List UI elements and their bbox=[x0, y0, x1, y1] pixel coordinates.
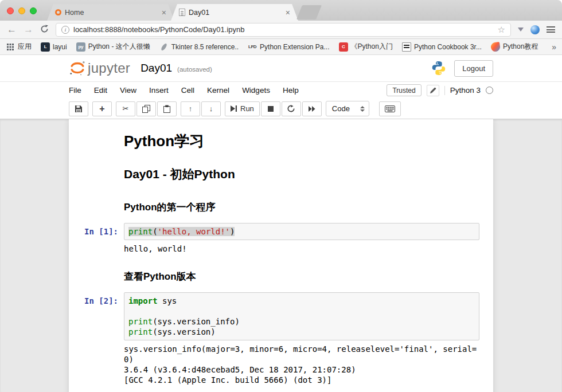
apps-grid-icon bbox=[6, 42, 15, 52]
bookmark-item[interactable]: C《Python入门 bbox=[339, 42, 393, 52]
cut-cell-button[interactable]: ✂ bbox=[116, 101, 135, 116]
divider bbox=[444, 86, 445, 95]
bookmark-item[interactable]: Tkinter 8.5 reference.. bbox=[159, 42, 239, 52]
bookmark-star-icon[interactable]: ☆ bbox=[498, 25, 505, 35]
move-cell-up-button[interactable]: ↑ bbox=[181, 101, 200, 116]
jupyter-wordmark: jupyter bbox=[88, 60, 130, 76]
copy-cell-button[interactable] bbox=[136, 101, 156, 116]
close-tab-icon[interactable]: × bbox=[162, 9, 166, 17]
feather-color-icon bbox=[490, 42, 501, 52]
bookmarks-bar: 应用LlayuipyPython - 这个人很懒Tkinter 8.5 refe… bbox=[0, 39, 562, 55]
markdown-content: Day01 - 初始Python bbox=[124, 160, 479, 186]
menu-kernel[interactable]: Kernel bbox=[201, 86, 236, 95]
fast-forward-icon bbox=[309, 106, 315, 112]
address-bar[interactable]: i localhost:8888/notebooks/PythonCode/Da… bbox=[56, 23, 511, 37]
window-minimize-button[interactable] bbox=[18, 7, 25, 14]
markdown-cell[interactable]: Python学习 bbox=[73, 124, 479, 158]
plus-icon: + bbox=[99, 104, 104, 113]
dropdown-arrow-icon[interactable] bbox=[518, 28, 524, 32]
menu-cell[interactable]: Cell bbox=[175, 86, 201, 95]
heading-h3: Python的第一个程序 bbox=[124, 201, 479, 214]
cell-type-select[interactable]: Code bbox=[326, 101, 369, 116]
browser-window: Home × Day01 × ← → i localhost:8888/note… bbox=[0, 0, 562, 392]
jupyter-header: jupyter Day01 (autosaved) Logout bbox=[0, 55, 562, 81]
markdown-cell[interactable]: Day01 - 初始Python bbox=[73, 158, 479, 189]
bookmark-label: Python Extension Pa... bbox=[260, 43, 329, 51]
markdown-cell[interactable]: 查看Python版本 bbox=[73, 258, 479, 289]
jupyter-logo[interactable]: jupyter bbox=[69, 60, 130, 77]
cell-output: hello, world! bbox=[124, 240, 479, 255]
menu-widgets[interactable]: Widgets bbox=[236, 86, 276, 95]
input-prompt: In [1]: bbox=[73, 223, 124, 237]
restart-icon bbox=[287, 105, 295, 112]
prompt-spacer bbox=[73, 127, 124, 155]
arrow-down-icon: ↓ bbox=[209, 105, 213, 112]
output-row: sys.version_info(major=3, minor=6, micro… bbox=[73, 340, 479, 386]
scissors-icon: ✂ bbox=[123, 105, 129, 112]
tab-title: Home bbox=[65, 9, 158, 17]
close-tab-icon[interactable]: × bbox=[286, 9, 290, 17]
reload-button[interactable] bbox=[40, 25, 49, 35]
new-tab-button[interactable] bbox=[296, 5, 322, 19]
code-cell[interactable]: In [2]:import sys print(sys.version_info… bbox=[73, 289, 479, 389]
move-cell-down-button[interactable]: ↓ bbox=[201, 101, 221, 116]
bookmark-item[interactable]: Llayui bbox=[41, 42, 67, 52]
code-editor[interactable]: print('hello, world!') bbox=[124, 223, 479, 240]
markdown-cell[interactable]: Python的第一个程序 bbox=[73, 189, 479, 220]
markdown-content: Python的第一个程序 bbox=[124, 191, 479, 217]
input-row: In [2]:import sys print(sys.version_info… bbox=[73, 292, 479, 340]
globe-extension-icon[interactable] bbox=[530, 25, 540, 34]
bookmark-favicon-icon: LFD bbox=[248, 42, 257, 52]
page-info-icon[interactable]: i bbox=[61, 26, 69, 34]
heading-h1: Python学习 bbox=[124, 131, 479, 151]
bookmark-item[interactable]: Python教程 bbox=[491, 42, 538, 52]
code-cell[interactable]: In [1]:print('hello, world!')hello, worl… bbox=[73, 220, 479, 258]
code-text: print('hello, world!') bbox=[128, 226, 475, 237]
notebook-title[interactable]: Day01 bbox=[140, 62, 172, 75]
menu-help[interactable]: Help bbox=[276, 86, 305, 95]
window-close-button[interactable] bbox=[7, 7, 14, 14]
interrupt-kernel-button[interactable] bbox=[261, 101, 280, 116]
add-cell-button[interactable]: + bbox=[92, 101, 112, 116]
save-button[interactable] bbox=[69, 101, 88, 116]
back-button[interactable]: ← bbox=[7, 25, 17, 34]
menu-view[interactable]: View bbox=[114, 86, 143, 95]
notebook-cells: Python学习Day01 - 初始PythonPython的第一个程序In [… bbox=[69, 119, 493, 392]
menu-list: FileEditViewInsertCellKernelWidgetsHelp bbox=[69, 86, 305, 95]
window-zoom-button[interactable] bbox=[30, 7, 37, 14]
paste-cell-button[interactable] bbox=[157, 101, 177, 116]
menu-edit[interactable]: Edit bbox=[88, 86, 114, 95]
run-cell-button[interactable]: Run bbox=[225, 101, 260, 116]
book-icon bbox=[402, 42, 411, 52]
kernel-name: Python 3 bbox=[450, 86, 481, 95]
bookmarks-list: 应用LlayuipyPython - 这个人很懒Tkinter 8.5 refe… bbox=[6, 42, 547, 52]
bookmark-favicon-icon: L bbox=[41, 42, 50, 52]
bookmark-label: Python Cookbook 3r... bbox=[414, 43, 482, 51]
run-icon bbox=[231, 105, 237, 112]
output-prompt-spacer bbox=[73, 240, 124, 244]
url-text[interactable]: localhost:8888/notebooks/PythonCode/Day0… bbox=[73, 25, 494, 34]
keyboard-icon bbox=[385, 105, 395, 112]
bookmark-item[interactable]: Python Cookbook 3r... bbox=[402, 42, 482, 52]
tab-day01[interactable]: Day01 × bbox=[171, 4, 298, 21]
restart-kernel-button[interactable] bbox=[282, 101, 301, 116]
bookmark-label: 应用 bbox=[18, 42, 32, 52]
bookmark-item[interactable]: pyPython - 这个人很懒 bbox=[76, 42, 150, 52]
jupyter-logo-icon bbox=[69, 60, 86, 77]
code-editor[interactable]: import sys print(sys.version_info)print(… bbox=[124, 292, 479, 340]
browser-menu-icon[interactable] bbox=[547, 26, 555, 33]
tab-home[interactable]: Home × bbox=[47, 4, 174, 21]
menu-file[interactable]: File bbox=[69, 86, 88, 95]
restart-run-all-button[interactable] bbox=[302, 101, 322, 116]
logout-button[interactable]: Logout bbox=[454, 60, 493, 77]
menu-insert[interactable]: Insert bbox=[143, 86, 175, 95]
cell-output: sys.version_info(major=3, minor=6, micro… bbox=[124, 340, 479, 386]
bookmark-item[interactable]: 应用 bbox=[6, 42, 32, 52]
notebook-scroll-area[interactable]: Python学习Day01 - 初始PythonPython的第一个程序In [… bbox=[0, 119, 562, 392]
bookmark-favicon-icon: py bbox=[76, 42, 85, 52]
bookmark-item[interactable]: LFDPython Extension Pa... bbox=[248, 42, 329, 52]
bookmarks-overflow-chevron[interactable]: » bbox=[547, 42, 556, 52]
command-palette-button[interactable] bbox=[379, 101, 401, 116]
output-text: hello, world! bbox=[124, 240, 479, 255]
forward-button[interactable]: → bbox=[24, 25, 33, 34]
